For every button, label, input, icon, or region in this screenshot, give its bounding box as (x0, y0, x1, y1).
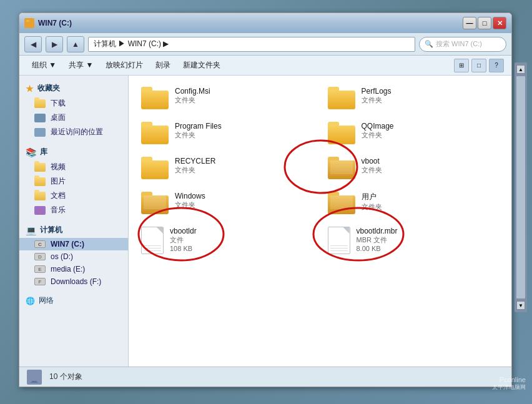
folder-icon-program-files (141, 122, 169, 144)
file-info-vbootldr: vbootldr 文件 108 KB (170, 227, 197, 252)
back-button[interactable]: ◀ (24, 36, 42, 52)
file-info-qqimage: QQImage 文件夹 (362, 122, 394, 140)
new-folder-button[interactable]: 新建文件夹 (178, 59, 225, 72)
sidebar-item-f-drive[interactable]: F Downloads (F:) (19, 275, 128, 288)
slideshow-button[interactable]: 放映幻灯片 (101, 59, 148, 72)
file-item-vbootldr-mbr[interactable]: vbootldr.mbr MBR 文件 8.00 KB (323, 223, 505, 258)
folder-icon (34, 99, 46, 108)
maximize-button[interactable]: □ (478, 17, 491, 29)
scroll-up-button[interactable]: ▲ (516, 65, 525, 74)
file-item-windows[interactable]: Windows 文件夹 (136, 188, 318, 218)
sidebar-item-docs[interactable]: 文档 (19, 189, 128, 203)
svg-rect-0 (26, 21, 32, 26)
address-path[interactable]: 计算机 ▶ WIN7 (C:) ▶ (88, 37, 415, 52)
toolbar-right: ⊞ □ ? (454, 59, 504, 72)
search-box[interactable]: 🔍 搜索 WIN7 (C:) (419, 37, 506, 52)
file-type: 文件夹 (362, 96, 392, 105)
favorites-label: 收藏夹 (37, 83, 60, 94)
file-size: 108 KB (170, 245, 197, 252)
back-icon: ◀ (31, 40, 36, 49)
file-name: RECYCLER (175, 157, 215, 165)
sidebar-header-computer[interactable]: 💻 计算机 (19, 222, 128, 238)
file-item-vboot[interactable]: vboot 文件夹 (323, 153, 505, 183)
watermark: Pconline 太平洋电脑网 (492, 376, 526, 392)
sidebar-item-network[interactable]: 🌐 网络 (19, 293, 128, 308)
toolbar: 组织 ▼ 共享 ▼ 放映幻灯片 刻录 新建文件夹 ⊞ □ ? (19, 56, 511, 76)
pane-toggle-button[interactable]: □ (471, 59, 486, 72)
file-item-program-files[interactable]: Program Files 文件夹 (136, 118, 318, 148)
sidebar-item-label: 音乐 (51, 205, 66, 215)
file-item-recycler[interactable]: RECYCLER 文件夹 (136, 153, 318, 183)
sidebar-item-downloads[interactable]: 下载 (19, 96, 128, 111)
folder-icon (34, 192, 46, 200)
folder-icon-perflogs (328, 87, 355, 109)
share-button[interactable]: 共享 ▼ (64, 59, 98, 72)
forward-button[interactable]: ▶ (46, 36, 63, 52)
file-name: vbootldr.mbr (357, 227, 398, 235)
title-bar: WIN7 (C:) — □ ✕ (19, 13, 511, 33)
close-button[interactable]: ✕ (493, 17, 506, 29)
sidebar-header-library[interactable]: 📚 库 (19, 144, 128, 160)
file-type: 文件夹 (175, 96, 210, 105)
file-type: 文件 (170, 235, 197, 245)
drive-d-icon: D (34, 253, 46, 260)
sidebar-item-music[interactable]: 音乐 (19, 203, 128, 217)
svg-rect-4 (31, 382, 38, 383)
file-type: 文件夹 (175, 200, 205, 210)
status-count: 10 个对象 (49, 372, 82, 382)
burn-button[interactable]: 刻录 (150, 59, 175, 72)
folder-icon-vboot (328, 157, 355, 179)
up-button[interactable]: ▲ (67, 36, 84, 52)
sidebar-header-favorites[interactable]: ★ 收藏夹 (19, 81, 128, 96)
file-item-perflogs[interactable]: PerfLogs 文件夹 (323, 83, 505, 113)
file-type: 文件夹 (362, 131, 394, 140)
file-info-recycler: RECYCLER 文件夹 (175, 157, 215, 175)
library-icon: 📚 (26, 147, 36, 157)
file-item-qqimage[interactable]: QQImage 文件夹 (323, 118, 505, 148)
sidebar-section-computer: 💻 计算机 C WIN7 (C:) D os (D:) E media (E:)… (19, 222, 128, 288)
main-window: WIN7 (C:) — □ ✕ ◀ ▶ ▲ 计算机 ▶ WIN7 (C:) ▶ … (19, 12, 512, 387)
files-grid: Config.Msi 文件夹 PerfLogs 文件夹 (136, 83, 504, 258)
help-button[interactable]: ? (489, 59, 504, 72)
file-info-vboot: vboot 文件夹 (362, 157, 382, 175)
sidebar-item-e-drive[interactable]: E media (E:) (19, 263, 128, 275)
content-area: ★ 收藏夹 下载 桌面 最近访问的位置 📚 (19, 76, 511, 367)
search-icon: 🔍 (425, 40, 433, 48)
recent-icon (34, 128, 46, 137)
search-placeholder: 搜索 WIN7 (C:) (436, 39, 482, 49)
scroll-down-button[interactable]: ▼ (516, 301, 525, 310)
music-icon (34, 206, 46, 215)
organize-button[interactable]: 组织 ▼ (27, 59, 61, 72)
title-bar-controls: — □ ✕ (463, 17, 506, 29)
sidebar-item-d-drive[interactable]: D os (D:) (19, 250, 128, 263)
sidebar-item-images[interactable]: 图片 (19, 174, 128, 189)
file-item-config-msi[interactable]: Config.Msi 文件夹 (136, 83, 318, 113)
file-info-program-files: Program Files 文件夹 (175, 122, 222, 140)
folder-icon-config-msi (141, 87, 169, 109)
file-size: 8.00 KB (357, 245, 398, 252)
folder-icon-windows (141, 192, 169, 214)
sidebar-section-favorites: ★ 收藏夹 下载 桌面 最近访问的位置 (19, 81, 128, 139)
sidebar-item-video[interactable]: 视频 (19, 160, 128, 174)
file-item-vbootldr[interactable]: vbootldr 文件 108 KB (136, 223, 318, 258)
sidebar-item-label: 最近访问的位置 (51, 127, 103, 137)
folder-icon (34, 177, 46, 186)
sidebar-item-recent[interactable]: 最近访问的位置 (19, 125, 128, 139)
sidebar-item-label: 视频 (51, 162, 66, 172)
view-icon-button[interactable]: ⊞ (454, 59, 469, 72)
minimize-button[interactable]: — (463, 17, 476, 29)
file-area: Config.Msi 文件夹 PerfLogs 文件夹 (129, 76, 511, 367)
breadcrumb: 计算机 ▶ WIN7 (C:) ▶ (94, 39, 169, 49)
file-type: 文件夹 (362, 202, 382, 212)
sidebar-item-c-drive[interactable]: C WIN7 (C:) (19, 238, 128, 250)
folder-icon-recycler (141, 157, 169, 179)
address-bar: ◀ ▶ ▲ 计算机 ▶ WIN7 (C:) ▶ 🔍 搜索 WIN7 (C:) (19, 33, 511, 56)
file-name: 用户 (362, 192, 382, 202)
sidebar-item-label: 桌面 (51, 112, 66, 123)
folder-icon-qqimage (328, 122, 355, 144)
svg-rect-3 (32, 381, 37, 382)
library-label: 库 (40, 147, 47, 157)
network-icon: 🌐 (26, 297, 35, 305)
file-item-users[interactable]: 用户 文件夹 (323, 188, 505, 218)
sidebar-item-desktop[interactable]: 桌面 (19, 111, 128, 125)
